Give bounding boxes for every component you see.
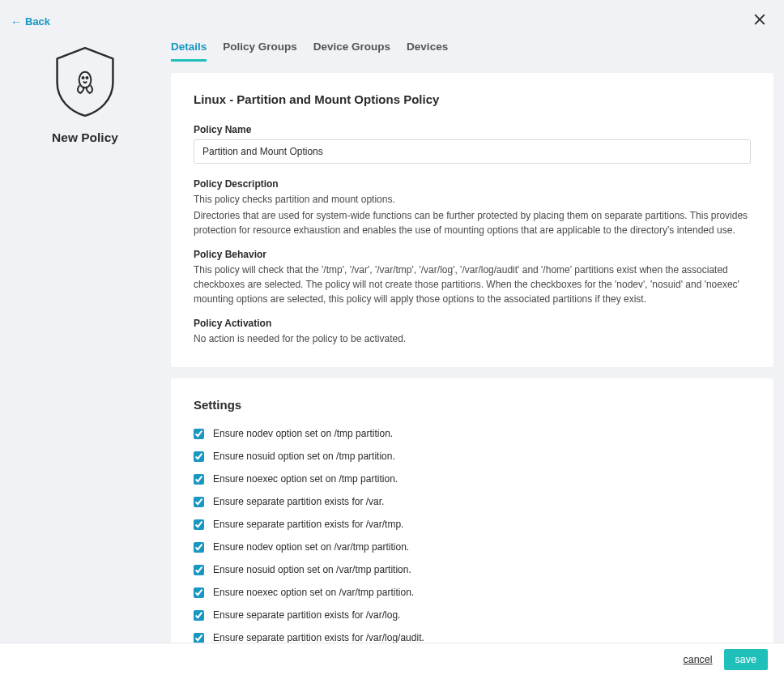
tab-devices[interactable]: Devices [407, 41, 448, 62]
back-label: Back [25, 15, 50, 28]
svg-point-1 [83, 77, 84, 79]
setting-label: Ensure noexec option set on /var/tmp par… [213, 587, 414, 598]
setting-label: Ensure noexec option set on /tmp partiti… [213, 473, 398, 485]
setting-label: Ensure nodev option set on /var/tmp part… [213, 541, 409, 553]
tab-details[interactable]: Details [171, 41, 207, 62]
setting-checkbox[interactable] [194, 565, 204, 575]
setting-checkbox[interactable] [194, 542, 204, 553]
sidebar-title: New Policy [52, 130, 118, 145]
shield-icon [52, 45, 118, 119]
setting-label: Ensure nosuid option set on /tmp partiti… [213, 451, 395, 462]
setting-row: Ensure nodev option set on /tmp partitio… [194, 428, 751, 439]
svg-point-0 [79, 72, 92, 88]
setting-checkbox[interactable] [194, 474, 204, 485]
policy-info-panel: Linux - Partition and Mount Options Poli… [171, 73, 773, 367]
setting-row: Ensure nosuid option set on /var/tmp par… [194, 564, 751, 575]
close-button[interactable] [752, 11, 768, 28]
setting-label: Ensure separate partition exists for /va… [213, 496, 384, 507]
svg-point-2 [86, 77, 87, 79]
settings-panel: Settings Ensure nodev option set on /tmp… [171, 378, 773, 643]
tabs: Details Policy Groups Device Groups Devi… [171, 41, 448, 62]
setting-checkbox[interactable] [194, 451, 204, 462]
setting-checkbox[interactable] [194, 633, 204, 643]
setting-checkbox[interactable] [194, 610, 204, 621]
setting-row: Ensure separate partition exists for /va… [194, 632, 751, 643]
content-area: Linux - Partition and Mount Options Poli… [171, 73, 773, 643]
close-icon [752, 11, 768, 28]
setting-label: Ensure separate partition exists for /va… [213, 632, 424, 643]
setting-row: Ensure separate partition exists for /va… [194, 519, 751, 530]
save-button[interactable]: save [724, 649, 768, 670]
setting-label: Ensure nodev option set on /tmp partitio… [213, 428, 393, 439]
back-link[interactable]: ← Back [11, 15, 50, 28]
setting-row: Ensure separate partition exists for /va… [194, 609, 751, 621]
cancel-link[interactable]: cancel [683, 654, 712, 665]
setting-checkbox[interactable] [194, 587, 204, 598]
policy-activation-heading: Policy Activation [194, 318, 751, 329]
setting-row: Ensure nosuid option set on /tmp partiti… [194, 451, 751, 462]
setting-checkbox[interactable] [194, 519, 204, 530]
tab-device-groups[interactable]: Device Groups [313, 41, 390, 62]
setting-row: Ensure noexec option set on /tmp partiti… [194, 473, 751, 485]
policy-behavior-heading: Policy Behavior [194, 249, 751, 260]
policy-description-text1: This policy checks partition and mount o… [194, 192, 751, 207]
policy-name-label: Policy Name [194, 124, 751, 135]
setting-row: Ensure nodev option set on /var/tmp part… [194, 541, 751, 553]
setting-label: Ensure separate partition exists for /va… [213, 609, 400, 621]
setting-row: Ensure separate partition exists for /va… [194, 496, 751, 507]
settings-title: Settings [194, 398, 751, 412]
policy-activation-text: No action is needed for the policy to be… [194, 331, 751, 346]
setting-checkbox[interactable] [194, 429, 204, 439]
policy-behavior-text: This policy will check that the '/tmp', … [194, 263, 751, 306]
setting-row: Ensure noexec option set on /var/tmp par… [194, 587, 751, 598]
setting-checkbox[interactable] [194, 497, 204, 507]
panel-title: Linux - Partition and Mount Options Poli… [194, 92, 751, 106]
back-arrow-icon: ← [11, 16, 22, 28]
sidebar: New Policy [0, 45, 170, 145]
tab-policy-groups[interactable]: Policy Groups [223, 41, 297, 62]
policy-name-input[interactable] [194, 139, 751, 164]
settings-list: Ensure nodev option set on /tmp partitio… [194, 428, 751, 643]
setting-label: Ensure separate partition exists for /va… [213, 519, 403, 530]
setting-label: Ensure nosuid option set on /var/tmp par… [213, 564, 411, 575]
policy-description-heading: Policy Description [194, 178, 751, 190]
policy-description-text2: Directories that are used for system-wid… [194, 208, 751, 237]
footer: cancel save [0, 643, 784, 675]
